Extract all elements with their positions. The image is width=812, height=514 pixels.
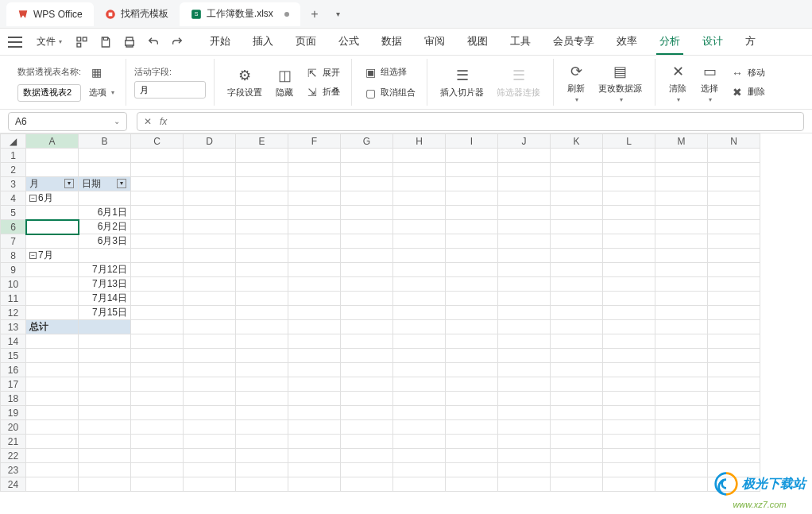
col-header[interactable]: F [288,134,341,149]
active-field-input[interactable] [134,81,206,99]
tab-file[interactable]: S 工作簿数量.xlsx [180,2,300,26]
tab-home[interactable]: WPS Office [6,2,94,26]
tab-templates[interactable]: 找稻壳模板 [94,2,180,26]
row-header[interactable]: 13 [1,320,26,334]
row-header[interactable]: 8 [1,249,26,263]
new-tab-button[interactable]: + [305,5,324,24]
row-header[interactable]: 6 [1,220,26,234]
change-source-button[interactable]: ▤更改数据源 [594,60,647,105]
formula-input[interactable]: ✕ fx [137,112,804,131]
row-header[interactable]: 3 [1,177,26,191]
expand-button[interactable]: ⇱展开 [302,64,343,82]
col-header[interactable]: L [603,134,655,149]
undo-icon[interactable] [143,32,164,52]
cell[interactable]: 6月3日 [79,234,131,249]
menu-tab-design[interactable]: 设计 [699,29,726,55]
select-all-corner[interactable]: ◢ [1,134,26,149]
menu-tab-analysis[interactable]: 分析 [656,29,683,55]
menu-tab-view[interactable]: 视图 [464,29,491,55]
col-header[interactable]: G [341,134,393,149]
cell[interactable]: 6月2日 [79,220,131,234]
col-header[interactable]: D [184,134,236,149]
row-header[interactable]: 18 [1,392,26,406]
row-header[interactable]: 12 [1,306,26,320]
menu-tab-tools[interactable]: 工具 [507,29,534,55]
field-settings-button[interactable]: ⚙字段设置 [222,64,267,100]
cell[interactable]: 7月14日 [79,292,131,306]
refresh-button[interactable]: ⟳刷新 [562,60,590,105]
redo-icon[interactable] [167,32,188,52]
clear-button[interactable]: ✕清除 [663,60,692,105]
collapse-icon[interactable]: − [29,252,37,259]
hide-button[interactable]: ◫隐藏 [270,64,299,100]
col-header[interactable]: H [393,134,446,149]
col-header[interactable]: N [708,134,760,149]
insert-slicer-button[interactable]: ☰插入切片器 [435,64,489,100]
row-header[interactable]: 16 [1,363,26,377]
cancel-icon[interactable]: ✕ [144,116,152,127]
row-header[interactable]: 15 [1,349,26,363]
col-header[interactable]: A [26,134,79,149]
cell[interactable]: 7月15日 [79,306,131,320]
cell[interactable]: 7月13日 [79,277,131,292]
pivot-total[interactable]: 总计 [26,320,79,334]
group-selection-button[interactable]: ▣组选择 [360,64,419,81]
row-header[interactable]: 20 [1,420,26,435]
spreadsheet-grid[interactable]: ◢ A B C D E F G H I J K L M N 1 2 3 月▾ 日… [0,133,812,514]
cell[interactable]: 6月1日 [79,206,131,220]
filter-dropdown-icon[interactable]: ▾ [64,179,74,188]
collapse-button[interactable]: ⇲折叠 [302,83,343,101]
menu-tab-more[interactable]: 方 [742,29,759,55]
pivot-header-date[interactable]: 日期▾ [79,177,131,191]
select-button[interactable]: ▭选择 [695,60,724,105]
delete-button[interactable]: ✖删除 [727,83,768,101]
row-header[interactable]: 1 [1,149,26,163]
file-menu[interactable]: 文件▾ [30,32,68,52]
row-header[interactable]: 7 [1,234,26,249]
col-header[interactable]: C [131,134,184,149]
menu-tab-member[interactable]: 会员专享 [550,29,597,55]
row-header[interactable]: 9 [1,263,26,277]
row-header[interactable]: 22 [1,449,26,463]
row-header[interactable]: 11 [1,292,26,306]
pivot-group[interactable]: −6月 [26,191,79,206]
row-header[interactable]: 10 [1,277,26,292]
pivot-header-month[interactable]: 月▾ [26,177,79,191]
menu-tab-start[interactable]: 开始 [207,29,234,55]
menu-tab-efficiency[interactable]: 效率 [613,29,640,55]
move-button[interactable]: ↔移动 [727,64,768,82]
filter-dropdown-icon[interactable]: ▾ [117,179,126,188]
name-box[interactable]: A6 ⌄ [8,112,127,131]
hamburger-icon[interactable] [8,37,22,48]
menu-tab-insert[interactable]: 插入 [249,29,276,55]
row-header[interactable]: 19 [1,406,26,420]
col-header[interactable]: M [655,134,708,149]
menu-tab-data[interactable]: 数据 [378,29,405,55]
tab-menu-button[interactable]: ▾ [329,5,348,24]
ungroup-button[interactable]: ▢取消组合 [360,84,419,102]
col-header[interactable]: B [79,134,131,149]
col-header[interactable]: E [236,134,288,149]
menu-tab-review[interactable]: 审阅 [421,29,448,55]
view-icon[interactable] [72,32,92,52]
fx-icon[interactable]: fx [160,116,167,127]
active-cell[interactable] [26,220,79,234]
row-header[interactable]: 5 [1,206,26,220]
pivot-group[interactable]: −7月 [26,249,79,263]
pivot-layout-icon[interactable]: ▦ [86,64,106,81]
row-header[interactable]: 4 [1,191,26,206]
col-header[interactable]: K [551,134,603,149]
row-header[interactable]: 2 [1,163,26,177]
cell[interactable]: 7月12日 [79,263,131,277]
menu-tab-formula[interactable]: 公式 [335,29,362,55]
row-header[interactable]: 23 [1,463,26,477]
collapse-icon[interactable]: − [29,195,37,202]
col-header[interactable]: I [446,134,498,149]
print-icon[interactable] [119,32,140,52]
row-header[interactable]: 24 [1,477,26,492]
row-header[interactable]: 14 [1,334,26,349]
menu-tab-page[interactable]: 页面 [292,29,319,55]
options-button[interactable]: 选项 [86,85,118,100]
save-icon[interactable] [95,32,116,52]
col-header[interactable]: J [498,134,551,149]
